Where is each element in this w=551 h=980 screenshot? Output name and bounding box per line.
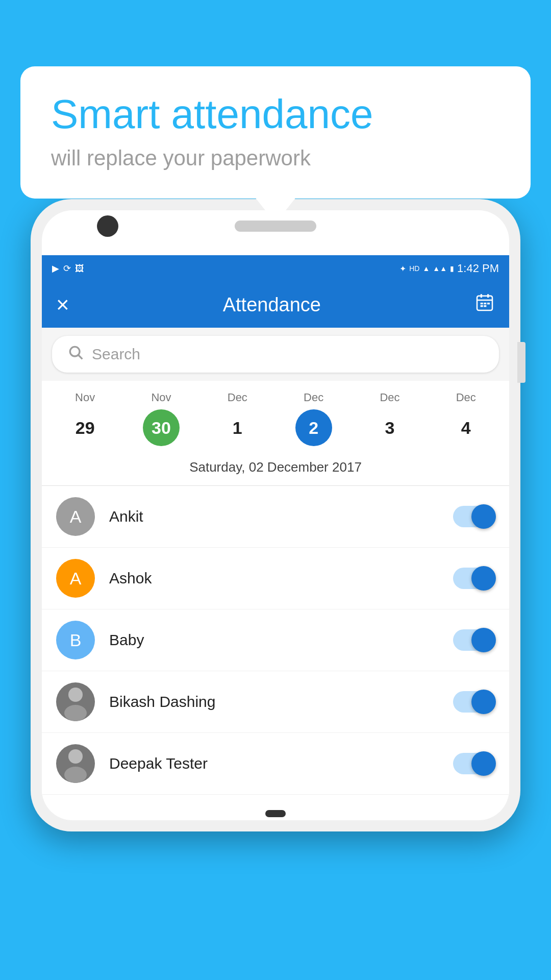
attendance-item-ashok: AAshok bbox=[42, 548, 509, 609]
cal-date-number: 2 bbox=[295, 409, 332, 446]
attendance-toggle-deepak-tester[interactable] bbox=[453, 753, 495, 774]
phone-screen: ▶ ⟳ 🖼 ✦ HD ▲ ▲▲ ▮ 1:42 PM × bbox=[42, 210, 509, 820]
cal-month-label: Dec bbox=[456, 391, 476, 404]
calendar-day-2[interactable]: Dec2 bbox=[288, 391, 339, 446]
cal-date-number: 30 bbox=[143, 409, 180, 446]
bubble-title: Smart attendance bbox=[51, 92, 500, 137]
selected-date-label: Saturday, 02 December 2017 bbox=[42, 451, 509, 486]
attendance-item-deepak-tester: Deepak Tester bbox=[42, 733, 509, 795]
person-name-bikash-dashing: Bikash Dashing bbox=[109, 693, 439, 710]
status-left-icons: ▶ ⟳ 🖼 bbox=[52, 263, 84, 274]
svg-point-11 bbox=[68, 688, 83, 702]
calendar-days: Nov29Nov30Dec1Dec2Dec3Dec4 bbox=[47, 391, 504, 446]
avatar-ashok: A bbox=[56, 559, 95, 598]
person-name-ankit: Ankit bbox=[109, 508, 439, 525]
attendance-item-baby: BBaby bbox=[42, 609, 509, 671]
attendance-toggle-ashok[interactable] bbox=[453, 568, 495, 589]
wifi-icon: ▲ bbox=[422, 264, 430, 273]
phone-speaker bbox=[235, 220, 316, 232]
play-icon: ▶ bbox=[52, 263, 59, 274]
cal-month-label: Nov bbox=[151, 391, 171, 404]
cal-month-label: Nov bbox=[75, 391, 95, 404]
svg-point-12 bbox=[64, 705, 87, 721]
calendar-day-3[interactable]: Dec3 bbox=[364, 391, 415, 446]
cal-month-label: Dec bbox=[304, 391, 323, 404]
battery-icon: ▮ bbox=[450, 264, 454, 273]
svg-line-10 bbox=[79, 355, 82, 359]
search-icon bbox=[67, 344, 84, 364]
calendar-day-30[interactable]: Nov30 bbox=[136, 391, 187, 446]
attendance-list: AAnkitAAshokBBaby Bikash Dashing Deepak … bbox=[42, 486, 509, 795]
avatar-ankit: A bbox=[56, 497, 95, 536]
cal-month-label: Dec bbox=[380, 391, 399, 404]
attendance-toggle-bikash-dashing[interactable] bbox=[453, 691, 495, 713]
attendance-toggle-ankit[interactable] bbox=[453, 506, 495, 527]
status-bar: ▶ ⟳ 🖼 ✦ HD ▲ ▲▲ ▮ 1:42 PM bbox=[42, 255, 509, 282]
phone-outer: ▶ ⟳ 🖼 ✦ HD ▲ ▲▲ ▮ 1:42 PM × bbox=[31, 199, 520, 831]
calendar-day-4[interactable]: Dec4 bbox=[440, 391, 491, 446]
calendar-day-1[interactable]: Dec1 bbox=[212, 391, 263, 446]
avatar-bikash-dashing bbox=[56, 682, 95, 721]
avatar-deepak-tester bbox=[56, 744, 95, 783]
app-bar-title: Attendance bbox=[223, 294, 321, 316]
calendar-strip: Nov29Nov30Dec1Dec2Dec3Dec4 bbox=[42, 381, 509, 451]
svg-rect-6 bbox=[487, 303, 490, 304]
network-icon: ▲▲ bbox=[433, 264, 447, 273]
svg-point-9 bbox=[70, 347, 80, 356]
person-name-ashok: Ashok bbox=[109, 570, 439, 587]
attendance-item-ankit: AAnkit bbox=[42, 486, 509, 548]
cal-date-number: 1 bbox=[219, 409, 256, 446]
svg-rect-5 bbox=[484, 303, 486, 304]
phone-side-button bbox=[517, 342, 525, 383]
search-bar[interactable]: Search bbox=[52, 336, 499, 373]
cal-date-number: 3 bbox=[371, 409, 408, 446]
phone-mockup: ▶ ⟳ 🖼 ✦ HD ▲ ▲▲ ▮ 1:42 PM × bbox=[31, 199, 520, 980]
person-name-deepak-tester: Deepak Tester bbox=[109, 755, 439, 772]
calendar-button[interactable] bbox=[474, 292, 495, 317]
gallery-icon: 🖼 bbox=[75, 263, 84, 274]
status-time: 1:42 PM bbox=[457, 262, 499, 275]
svg-point-14 bbox=[64, 767, 87, 783]
app-screen: ▶ ⟳ 🖼 ✦ HD ▲ ▲▲ ▮ 1:42 PM × bbox=[42, 255, 509, 795]
cal-date-number: 29 bbox=[67, 409, 104, 446]
bubble-subtitle: will replace your paperwork bbox=[51, 146, 500, 170]
search-container: Search bbox=[42, 328, 509, 381]
attendance-item-bikash-dashing: Bikash Dashing bbox=[42, 671, 509, 733]
phone-home-indicator bbox=[265, 810, 286, 817]
attendance-toggle-baby[interactable] bbox=[453, 629, 495, 651]
svg-rect-4 bbox=[481, 303, 483, 304]
signal-icon: HD bbox=[409, 264, 419, 273]
speech-bubble: Smart attendance will replace your paper… bbox=[20, 66, 531, 199]
close-button[interactable]: × bbox=[56, 292, 69, 317]
avatar-baby: B bbox=[56, 621, 95, 659]
svg-rect-8 bbox=[484, 305, 486, 307]
person-name-baby: Baby bbox=[109, 631, 439, 649]
svg-point-13 bbox=[68, 749, 83, 764]
phone-camera bbox=[97, 215, 118, 237]
app-bar: × Attendance bbox=[42, 282, 509, 328]
bluetooth-icon: ✦ bbox=[399, 264, 406, 274]
search-placeholder: Search bbox=[92, 346, 140, 363]
calendar-day-29[interactable]: Nov29 bbox=[60, 391, 111, 446]
svg-rect-7 bbox=[481, 305, 483, 307]
sync-icon: ⟳ bbox=[63, 263, 71, 274]
cal-date-number: 4 bbox=[447, 409, 484, 446]
cal-month-label: Dec bbox=[228, 391, 247, 404]
